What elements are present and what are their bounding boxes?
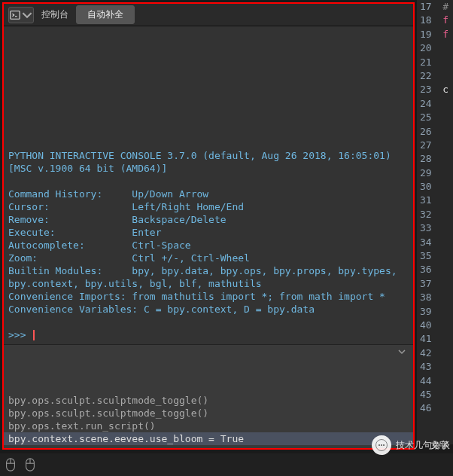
line-number: 17#: [417, 0, 448, 14]
status-bar: [0, 453, 453, 476]
mouse-left-icon: [5, 456, 17, 473]
line-number: 24: [417, 97, 448, 111]
console-help-line: Convenience Imports: from mathutils impo…: [8, 290, 409, 303]
line-number: 23c: [417, 83, 448, 96]
line-number: 31: [417, 194, 448, 207]
line-number: 40: [417, 319, 448, 332]
console-blank: [8, 175, 409, 188]
line-number: 34: [417, 236, 448, 249]
line-number: 30: [417, 180, 448, 194]
line-number: 29: [417, 166, 448, 180]
line-number: 33: [417, 221, 448, 235]
console-icon: [10, 10, 20, 20]
console-label: 控制台: [38, 8, 71, 21]
line-number: 20: [417, 41, 448, 55]
line-number: 41: [417, 332, 448, 346]
line-number: 38: [417, 291, 448, 304]
watermark: 技术几句杂谈: [372, 435, 450, 455]
watermark-logo: [372, 435, 391, 455]
console-help-line: Convenience Variables: C = bpy.context, …: [8, 303, 409, 316]
console-help-line: Autocomplete: Ctrl-Space: [8, 239, 409, 252]
line-number: 25: [417, 111, 448, 124]
history-line[interactable]: bpy.ops.text.run_script(): [8, 420, 409, 432]
autocomplete-button[interactable]: 自动补全: [76, 5, 135, 24]
line-number: 32: [417, 208, 448, 221]
line-number: 36: [417, 263, 448, 276]
watermark-text: 技术几句杂谈: [396, 439, 450, 452]
line-number-gutter: 17#18f19f20 21 22 23c24 25 26 27 28 29 3…: [417, 0, 453, 444]
line-number: 22: [417, 69, 448, 83]
line-number: 39: [417, 305, 448, 319]
console-header: 控制台 自动补全: [4, 4, 413, 26]
console-prompt: >>>: [8, 328, 32, 341]
line-number: 26: [417, 125, 448, 139]
console-prompt-row[interactable]: >>>: [8, 328, 409, 341]
console-editor-panel: 控制台 自动补全 PYTHON INTERACTIVE CONSOLE 3.7.…: [2, 2, 415, 450]
line-number: 44: [417, 374, 448, 388]
chevron-down-icon: [22, 10, 32, 20]
line-number: 46: [417, 401, 448, 415]
line-number: 37: [417, 277, 448, 291]
panel-drag-handle[interactable]: [397, 348, 407, 355]
editor-type-selector[interactable]: [8, 7, 34, 23]
console-help-line: Cursor: Left/Right Home/End: [8, 200, 409, 213]
line-number: 45: [417, 388, 448, 401]
console-output[interactable]: PYTHON INTERACTIVE CONSOLE 3.7.0 (defaul…: [4, 26, 413, 344]
line-number: 43: [417, 360, 448, 374]
line-number: 19f: [417, 28, 448, 41]
line-number: 28: [417, 152, 448, 166]
console-help-line: Zoom: Ctrl +/-, Ctrl-Wheel: [8, 252, 409, 264]
history-line[interactable]: bpy.ops.sculpt.sculptmode_toggle(): [8, 394, 409, 407]
line-number: 18f: [417, 14, 448, 27]
console-help-line: Execute: Enter: [8, 226, 409, 239]
console-help-line: Builtin Modules: bpy, bpy.data, bpy.ops,…: [8, 264, 409, 290]
console-banner: PYTHON INTERACTIVE CONSOLE 3.7.0 (defaul…: [8, 149, 409, 175]
history-line[interactable]: bpy.ops.sculpt.sculptmode_toggle(): [8, 407, 409, 420]
console-help-line: Command History: Up/Down Arrow: [8, 188, 409, 200]
console-help-line: Remove: Backspace/Delete: [8, 213, 409, 226]
info-history-panel: bpy.ops.sculpt.sculptmode_toggle()bpy.op…: [4, 344, 413, 448]
line-number: 27: [417, 139, 448, 152]
svg-rect-0: [11, 11, 20, 19]
mouse-right-icon: [24, 456, 36, 473]
history-line[interactable]: bpy.context.scene.eevee.use_bloom = True: [4, 432, 413, 445]
line-number: 21: [417, 56, 448, 69]
console-blank: [8, 316, 409, 328]
line-number: 42: [417, 346, 448, 360]
text-cursor: [33, 330, 35, 340]
line-number: 35: [417, 249, 448, 263]
